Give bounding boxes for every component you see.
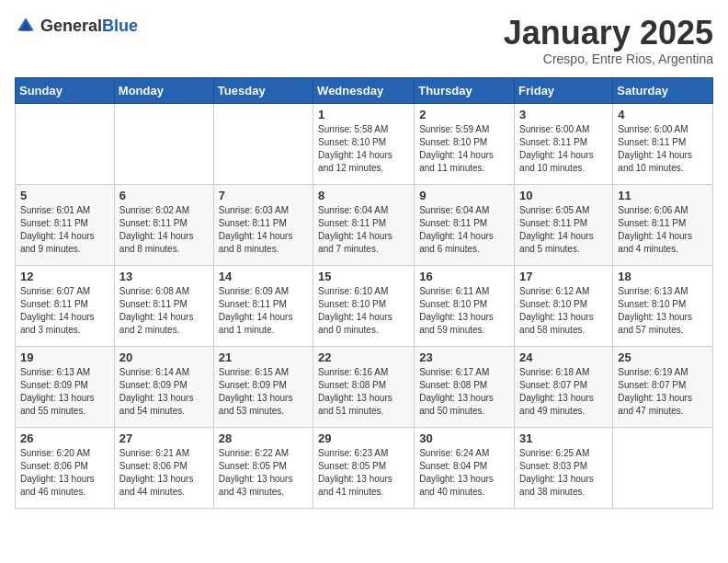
- day-info: Sunrise: 6:05 AM Sunset: 8:11 PM Dayligh…: [519, 204, 608, 256]
- day-number: 25: [618, 350, 708, 364]
- day-info: Sunrise: 6:12 AM Sunset: 8:10 PM Dayligh…: [519, 285, 608, 337]
- day-number: 1: [318, 108, 409, 121]
- day-info: Sunrise: 6:08 AM Sunset: 8:11 PM Dayligh…: [119, 285, 209, 337]
- day-info: Sunrise: 6:00 AM Sunset: 8:11 PM Dayligh…: [519, 123, 608, 175]
- day-info: Sunrise: 6:11 AM Sunset: 8:10 PM Dayligh…: [419, 285, 509, 337]
- day-number: 5: [20, 189, 109, 202]
- day-cell: 11Sunrise: 6:06 AM Sunset: 8:11 PM Dayli…: [613, 184, 713, 265]
- day-cell: 21Sunrise: 6:15 AM Sunset: 8:09 PM Dayli…: [213, 346, 313, 427]
- day-number: 10: [519, 189, 608, 202]
- day-info: Sunrise: 6:22 AM Sunset: 8:05 PM Dayligh…: [219, 447, 308, 499]
- day-cell: 24Sunrise: 6:18 AM Sunset: 8:07 PM Dayli…: [515, 346, 613, 427]
- day-number: 11: [618, 189, 708, 202]
- day-info: Sunrise: 6:14 AM Sunset: 8:09 PM Dayligh…: [119, 366, 209, 418]
- day-number: 23: [419, 350, 509, 364]
- day-number: 27: [119, 431, 209, 445]
- day-cell: 13Sunrise: 6:08 AM Sunset: 8:11 PM Dayli…: [114, 265, 213, 346]
- day-cell: 4Sunrise: 6:00 AM Sunset: 8:11 PM Daylig…: [613, 103, 713, 184]
- day-info: Sunrise: 6:00 AM Sunset: 8:11 PM Dayligh…: [618, 123, 708, 175]
- day-number: 9: [419, 189, 509, 202]
- day-number: 26: [20, 431, 109, 445]
- day-info: Sunrise: 6:09 AM Sunset: 8:11 PM Dayligh…: [219, 285, 308, 337]
- week-row-2: 12Sunrise: 6:07 AM Sunset: 8:11 PM Dayli…: [16, 265, 713, 346]
- day-number: 2: [419, 108, 509, 121]
- day-number: 14: [219, 270, 308, 283]
- logo-text-blue: Blue: [102, 17, 138, 35]
- day-info: Sunrise: 5:58 AM Sunset: 8:10 PM Dayligh…: [318, 123, 409, 175]
- day-number: 29: [318, 431, 409, 445]
- day-info: Sunrise: 6:19 AM Sunset: 8:07 PM Dayligh…: [618, 366, 708, 418]
- day-cell: 3Sunrise: 6:00 AM Sunset: 8:11 PM Daylig…: [515, 103, 613, 184]
- day-cell: 18Sunrise: 6:13 AM Sunset: 8:10 PM Dayli…: [613, 265, 713, 346]
- day-info: Sunrise: 5:59 AM Sunset: 8:10 PM Dayligh…: [419, 123, 509, 175]
- day-info: Sunrise: 6:01 AM Sunset: 8:11 PM Dayligh…: [20, 204, 109, 256]
- day-cell: 12Sunrise: 6:07 AM Sunset: 8:11 PM Dayli…: [16, 265, 115, 346]
- day-cell: 31Sunrise: 6:25 AM Sunset: 8:03 PM Dayli…: [515, 427, 613, 508]
- day-info: Sunrise: 6:17 AM Sunset: 8:08 PM Dayligh…: [419, 366, 509, 418]
- day-cell: 22Sunrise: 6:16 AM Sunset: 8:08 PM Dayli…: [313, 346, 415, 427]
- day-info: Sunrise: 6:10 AM Sunset: 8:10 PM Dayligh…: [318, 285, 409, 337]
- day-number: 24: [519, 350, 608, 364]
- day-cell: 6Sunrise: 6:02 AM Sunset: 8:11 PM Daylig…: [114, 184, 213, 265]
- day-number: 19: [20, 350, 109, 364]
- day-cell: [213, 103, 313, 184]
- day-info: Sunrise: 6:25 AM Sunset: 8:03 PM Dayligh…: [519, 447, 608, 499]
- weekday-header-thursday: Thursday: [415, 77, 515, 103]
- week-row-1: 5Sunrise: 6:01 AM Sunset: 8:11 PM Daylig…: [16, 184, 713, 265]
- day-cell: [16, 103, 115, 184]
- day-info: Sunrise: 6:04 AM Sunset: 8:11 PM Dayligh…: [318, 204, 409, 256]
- day-cell: 23Sunrise: 6:17 AM Sunset: 8:08 PM Dayli…: [415, 346, 515, 427]
- day-cell: 20Sunrise: 6:14 AM Sunset: 8:09 PM Dayli…: [114, 346, 213, 427]
- weekday-header-monday: Monday: [114, 77, 213, 103]
- day-cell: 19Sunrise: 6:13 AM Sunset: 8:09 PM Dayli…: [16, 346, 115, 427]
- day-cell: 30Sunrise: 6:24 AM Sunset: 8:04 PM Dayli…: [415, 427, 515, 508]
- day-cell: 29Sunrise: 6:23 AM Sunset: 8:05 PM Dayli…: [313, 427, 415, 508]
- day-cell: 10Sunrise: 6:05 AM Sunset: 8:11 PM Dayli…: [515, 184, 613, 265]
- day-cell: 14Sunrise: 6:09 AM Sunset: 8:11 PM Dayli…: [213, 265, 313, 346]
- day-cell: 17Sunrise: 6:12 AM Sunset: 8:10 PM Dayli…: [515, 265, 613, 346]
- day-cell: 15Sunrise: 6:10 AM Sunset: 8:10 PM Dayli…: [313, 265, 415, 346]
- day-info: Sunrise: 6:03 AM Sunset: 8:11 PM Dayligh…: [219, 204, 308, 256]
- day-cell: 2Sunrise: 5:59 AM Sunset: 8:10 PM Daylig…: [415, 103, 515, 184]
- day-cell: 16Sunrise: 6:11 AM Sunset: 8:10 PM Dayli…: [415, 265, 515, 346]
- day-number: 15: [318, 270, 409, 283]
- day-info: Sunrise: 6:02 AM Sunset: 8:11 PM Dayligh…: [119, 204, 209, 256]
- day-cell: 26Sunrise: 6:20 AM Sunset: 8:06 PM Dayli…: [16, 427, 115, 508]
- day-number: 13: [119, 270, 209, 283]
- page-header: GeneralBlue January 2025 Crespo, Entre R…: [15, 15, 713, 66]
- day-cell: [613, 427, 713, 508]
- day-number: 22: [318, 350, 409, 364]
- day-number: 30: [419, 431, 509, 445]
- calendar-table: SundayMondayTuesdayWednesdayThursdayFrid…: [15, 77, 713, 509]
- day-info: Sunrise: 6:20 AM Sunset: 8:06 PM Dayligh…: [20, 447, 109, 499]
- weekday-header-saturday: Saturday: [613, 77, 713, 103]
- day-info: Sunrise: 6:21 AM Sunset: 8:06 PM Dayligh…: [119, 447, 209, 499]
- weekday-header-sunday: Sunday: [16, 77, 115, 103]
- day-number: 20: [119, 350, 209, 364]
- day-number: 3: [519, 108, 608, 121]
- day-info: Sunrise: 6:13 AM Sunset: 8:09 PM Dayligh…: [20, 366, 109, 418]
- logo-icon: [15, 15, 37, 37]
- day-number: 12: [20, 270, 109, 283]
- location: Crespo, Entre Rios, Argentina: [504, 52, 713, 66]
- week-row-4: 26Sunrise: 6:20 AM Sunset: 8:06 PM Dayli…: [16, 427, 713, 508]
- day-cell: 9Sunrise: 6:04 AM Sunset: 8:11 PM Daylig…: [415, 184, 515, 265]
- day-info: Sunrise: 6:04 AM Sunset: 8:11 PM Dayligh…: [419, 204, 509, 256]
- day-number: 21: [219, 350, 308, 364]
- day-cell: 1Sunrise: 5:58 AM Sunset: 8:10 PM Daylig…: [313, 103, 415, 184]
- day-info: Sunrise: 6:16 AM Sunset: 8:08 PM Dayligh…: [318, 366, 409, 418]
- day-number: 18: [618, 270, 708, 283]
- day-cell: 7Sunrise: 6:03 AM Sunset: 8:11 PM Daylig…: [213, 184, 313, 265]
- day-info: Sunrise: 6:23 AM Sunset: 8:05 PM Dayligh…: [318, 447, 409, 499]
- weekday-header-friday: Friday: [515, 77, 613, 103]
- day-info: Sunrise: 6:13 AM Sunset: 8:10 PM Dayligh…: [618, 285, 708, 337]
- day-cell: 8Sunrise: 6:04 AM Sunset: 8:11 PM Daylig…: [313, 184, 415, 265]
- week-row-3: 19Sunrise: 6:13 AM Sunset: 8:09 PM Dayli…: [16, 346, 713, 427]
- day-number: 28: [219, 431, 308, 445]
- day-info: Sunrise: 6:06 AM Sunset: 8:11 PM Dayligh…: [618, 204, 708, 256]
- day-info: Sunrise: 6:07 AM Sunset: 8:11 PM Dayligh…: [20, 285, 109, 337]
- day-info: Sunrise: 6:18 AM Sunset: 8:07 PM Dayligh…: [519, 366, 608, 418]
- day-number: 6: [119, 189, 209, 202]
- day-info: Sunrise: 6:15 AM Sunset: 8:09 PM Dayligh…: [219, 366, 308, 418]
- day-number: 8: [318, 189, 409, 202]
